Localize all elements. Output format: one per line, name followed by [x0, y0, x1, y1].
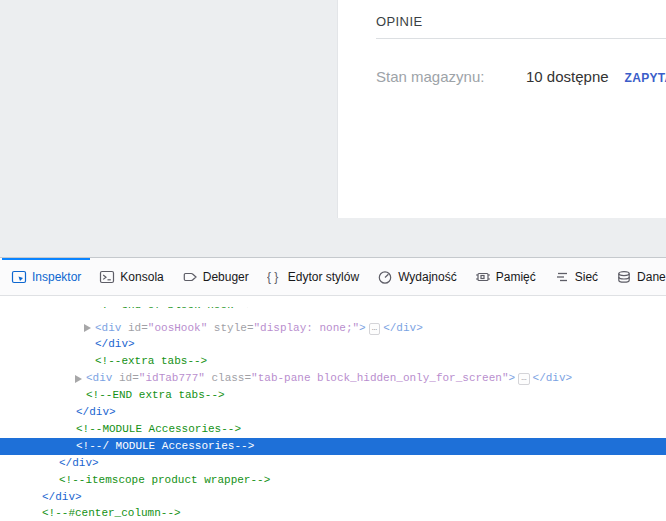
inspector-icon — [11, 269, 27, 285]
code-token-comment: <!--/ MODULE Accessories--> — [76, 440, 254, 452]
tab-debugger[interactable]: Debuger — [173, 258, 258, 295]
markup-line[interactable]: <!--extra tabs--> — [0, 353, 666, 370]
tab-label: Edytor stylów — [288, 270, 359, 284]
code-token-eq: = — [132, 372, 139, 384]
markup-line[interactable]: </div> — [0, 455, 666, 472]
code-token-comment: <!--MODULE Accessories--> — [76, 423, 241, 435]
expand-arrow-icon[interactable] — [84, 324, 91, 332]
database-icon — [616, 269, 632, 285]
code-token-plain — [207, 322, 214, 334]
markup-line[interactable]: </div> — [0, 404, 666, 421]
markup-line[interactable]: <!--itemscope product wrapper--> — [0, 472, 666, 489]
code-token-tag: <div — [95, 322, 128, 334]
code-token-value: "idTab777" — [139, 372, 205, 384]
code-token-tag: </div> — [95, 338, 135, 350]
debugger-icon — [182, 269, 198, 285]
code-token-tag: </div> — [383, 322, 423, 334]
markup-line[interactable]: <!--end of block hook--> — [0, 297, 666, 314]
tab-label: Dane — [637, 270, 666, 284]
devtools-toolbar: InspektorKonsolaDebuger{ }Edytor stylówW… — [0, 257, 666, 296]
tab-label: Konsola — [120, 270, 163, 284]
code-token-eq: = — [141, 322, 148, 334]
markup-line[interactable]: <!--MODULE Accessories--> — [0, 421, 666, 438]
code-token-tag: </div> — [76, 406, 116, 418]
markup-line[interactable]: <!--END extra tabs--> — [0, 387, 666, 404]
tab-style-editor[interactable]: { }Edytor stylów — [258, 258, 368, 295]
code-token-value: "display: none;" — [253, 322, 359, 334]
code-token-value: "oosHook" — [148, 322, 207, 334]
markup-line[interactable]: <div id="oosHook" style="display: none;"… — [0, 320, 666, 337]
tab-memory[interactable]: Pamięć — [466, 258, 545, 295]
ask-about-product-link[interactable]: ZAPYTAJ — [625, 71, 666, 85]
stock-value: 10 dostępne — [526, 68, 609, 85]
tab-console[interactable]: Konsola — [90, 258, 172, 295]
inspector-markup-view[interactable]: <!--end of block hook--><div id="oosHook… — [0, 296, 666, 521]
code-token-attr: class — [211, 372, 244, 384]
stock-label: Stan magazynu: — [376, 68, 526, 85]
code-token-comment: <!--END extra tabs--> — [86, 389, 225, 401]
markup-line[interactable]: </div> — [0, 489, 666, 506]
tab-label: Pamięć — [496, 270, 536, 284]
memory-chip-icon — [475, 269, 491, 285]
collapsed-content-badge[interactable]: … — [518, 373, 529, 385]
code-token-attr: style — [214, 322, 247, 334]
code-token-attr: id — [119, 372, 132, 384]
gauge-icon — [377, 269, 393, 285]
code-token-comment: <!--extra tabs--> — [95, 355, 207, 367]
code-token-attr: id — [128, 322, 141, 334]
code-token-tag: </div> — [42, 491, 82, 503]
code-token-tag: </div> — [533, 372, 573, 384]
code-token-tag: > — [509, 372, 516, 384]
code-token-tag: <div — [86, 372, 119, 384]
web-page-background: OPINIE Stan magazynu:10 dostępneZAPYTAJ — [0, 0, 666, 257]
reviews-section-title: OPINIE — [376, 0, 666, 39]
markup-line-selected[interactable]: <!--/ MODULE Accessories--> — [0, 438, 666, 455]
stock-row: Stan magazynu:10 dostępneZAPYTAJ — [376, 68, 666, 85]
markup-line[interactable]: </div> — [0, 336, 666, 353]
tab-label: Sieć — [575, 270, 598, 284]
markup-line[interactable]: <!--#center_column--> — [0, 505, 666, 521]
collapsed-content-badge[interactable]: … — [369, 323, 380, 335]
code-token-comment: <!--end of block hook--> — [95, 299, 253, 311]
code-token-comment: <!--itemscope product wrapper--> — [59, 474, 270, 486]
product-info-panel: OPINIE Stan magazynu:10 dostępneZAPYTAJ — [337, 0, 666, 218]
svg-text:{ }: { } — [267, 270, 278, 284]
active-tab-indicator — [2, 258, 90, 260]
tab-inspector[interactable]: Inspektor — [2, 258, 90, 295]
devtools-panel: InspektorKonsolaDebuger{ }Edytor stylówW… — [0, 257, 666, 521]
network-lines-icon — [554, 269, 570, 285]
tab-network[interactable]: Sieć — [545, 258, 607, 295]
browser-window: OPINIE Stan magazynu:10 dostępneZAPYTAJ … — [0, 0, 666, 521]
tab-performance[interactable]: Wydajność — [368, 258, 466, 295]
markup-line[interactable]: <div id="idTab777" class="tab-pane block… — [0, 370, 666, 387]
tab-storage[interactable]: Dane — [607, 258, 666, 295]
braces-icon: { } — [267, 269, 283, 285]
expand-arrow-icon[interactable] — [75, 375, 82, 383]
code-token-value: "tab-pane block_hidden_only_for_screen" — [251, 372, 508, 384]
code-token-tag: > — [359, 322, 366, 334]
code-token-tag: </div> — [59, 457, 99, 469]
tab-label: Debuger — [203, 270, 249, 284]
code-token-comment: <!--#center_column--> — [42, 507, 181, 519]
tab-label: Inspektor — [32, 270, 81, 284]
console-icon — [99, 269, 115, 285]
tab-label: Wydajność — [398, 270, 457, 284]
